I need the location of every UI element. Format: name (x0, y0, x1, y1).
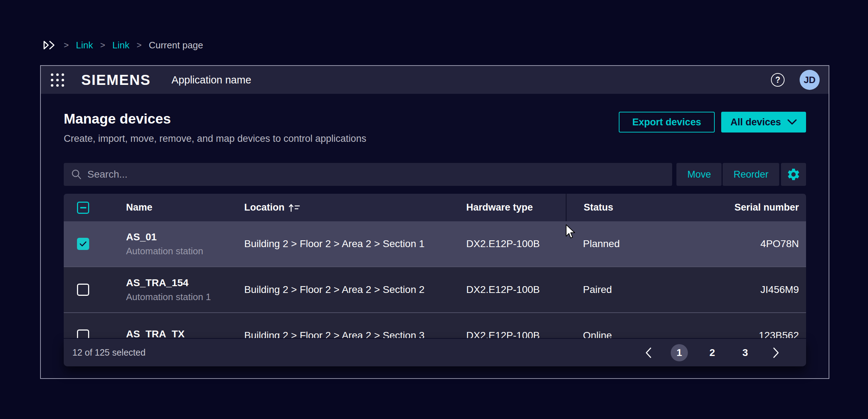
device-name: AS_TRA_154 (126, 277, 244, 289)
table-settings-button[interactable] (781, 163, 806, 186)
reorder-button[interactable]: Reorder (723, 163, 779, 186)
device-description: Automation station (126, 246, 244, 257)
siemens-logo: SIEMENS (81, 72, 151, 88)
device-name: AS_TRA_TX (126, 328, 244, 338)
device-location: Building 2 > Floor 2 > Area 2 > Section … (244, 284, 466, 295)
previous-page-icon[interactable] (642, 347, 655, 358)
device-status: Online (566, 330, 699, 338)
help-icon[interactable]: ? (771, 73, 785, 87)
gear-icon (786, 167, 801, 182)
device-hardware-type: DX2.E12P-100B (466, 330, 566, 338)
search-icon (71, 169, 82, 180)
device-hardware-type: DX2.E12P-100B (466, 284, 566, 295)
device-serial-number: 123B562 (699, 330, 806, 338)
device-serial-number: 4PO78N (699, 238, 806, 250)
page-number[interactable]: 3 (737, 344, 754, 361)
devices-table: Name Location Hardware type Status Seria… (64, 194, 806, 338)
column-header-location[interactable]: Location (244, 202, 300, 213)
search-box (64, 163, 672, 186)
table-footer: 12 of 125 selected 1 2 3 (64, 338, 806, 366)
export-devices-button[interactable]: Export devices (619, 112, 715, 133)
page-title: Manage devices (64, 111, 366, 127)
breadcrumb-collapse-icon[interactable] (42, 39, 57, 51)
app-switch-icon[interactable] (51, 73, 64, 87)
device-location: Building 2 > Floor 2 > Area 2 > Section … (244, 330, 466, 338)
column-header-name[interactable]: Name (126, 202, 244, 213)
breadcrumb-separator: > (136, 40, 141, 50)
table-row[interactable]: AS_TRA_154 Automation station 1 Building… (64, 267, 806, 313)
selection-count: 12 of 125 selected (72, 347, 145, 358)
breadcrumb-link-1[interactable]: Link (76, 40, 93, 51)
page-number[interactable]: 2 (704, 344, 721, 361)
screen: > Link > Link > Current page SIEMENS App… (0, 0, 868, 419)
breadcrumb-current-page: Current page (149, 40, 203, 51)
row-checkbox-unchecked[interactable] (77, 284, 89, 296)
device-description: Automation station 1 (126, 292, 244, 303)
device-status: Paired (566, 284, 699, 295)
breadcrumb-link-2[interactable]: Link (112, 40, 130, 51)
application-header: SIEMENS Application name ? JD (41, 66, 829, 94)
column-header-serial-number[interactable]: Serial number (699, 202, 806, 213)
row-checkbox-unchecked[interactable] (77, 329, 89, 338)
title-block: Manage devices Create, import, move, rem… (64, 111, 366, 144)
application-name: Application name (172, 74, 251, 86)
device-serial-number: JI456M9 (699, 284, 806, 295)
next-page-icon[interactable] (770, 347, 782, 358)
select-all-checkbox[interactable] (77, 202, 89, 214)
all-devices-dropdown[interactable]: All devices (721, 112, 806, 133)
avatar[interactable]: JD (800, 70, 820, 90)
search-input[interactable] (87, 169, 665, 180)
page-subtitle: Create, import, move, remove, and map de… (64, 133, 366, 144)
pagination: 1 2 3 (642, 344, 782, 361)
main-panel: SIEMENS Application name ? JD Manage dev… (40, 65, 829, 379)
table-row[interactable]: AS_01 Automation station Building 2 > Fl… (64, 221, 806, 267)
column-header-status[interactable]: Status (566, 194, 699, 221)
content-area: Manage devices Create, import, move, rem… (41, 94, 829, 366)
device-status: Planned (566, 238, 699, 250)
page-number-current[interactable]: 1 (671, 344, 688, 361)
device-name: AS_01 (126, 231, 244, 243)
checkmark-icon (79, 241, 87, 247)
breadcrumb-separator: > (64, 40, 69, 50)
device-hardware-type: DX2.E12P-100B (466, 238, 566, 250)
column-header-hardware-type[interactable]: Hardware type (466, 202, 566, 213)
table-header-row: Name Location Hardware type Status Seria… (64, 194, 806, 221)
breadcrumb: > Link > Link > Current page (42, 39, 203, 51)
breadcrumb-separator: > (100, 40, 105, 50)
row-checkbox-checked[interactable] (77, 238, 89, 250)
move-button[interactable]: Move (676, 163, 722, 186)
device-location: Building 2 > Floor 2 > Area 2 > Section … (244, 238, 466, 250)
table-row[interactable]: AS_TRA_TX Building 2 > Floor 2 > Area 2 … (64, 313, 806, 338)
sort-ascending-icon (288, 203, 300, 213)
chevron-down-icon (787, 119, 797, 125)
